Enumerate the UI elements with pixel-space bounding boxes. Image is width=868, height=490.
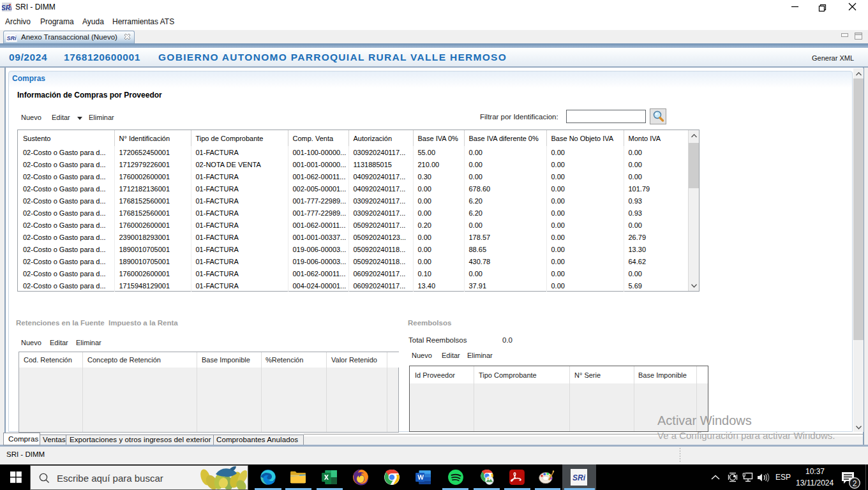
svg-text:SRi: SRi	[6, 35, 17, 41]
svg-text:SRi: SRi	[572, 473, 586, 482]
svg-text:2: 2	[853, 479, 857, 488]
